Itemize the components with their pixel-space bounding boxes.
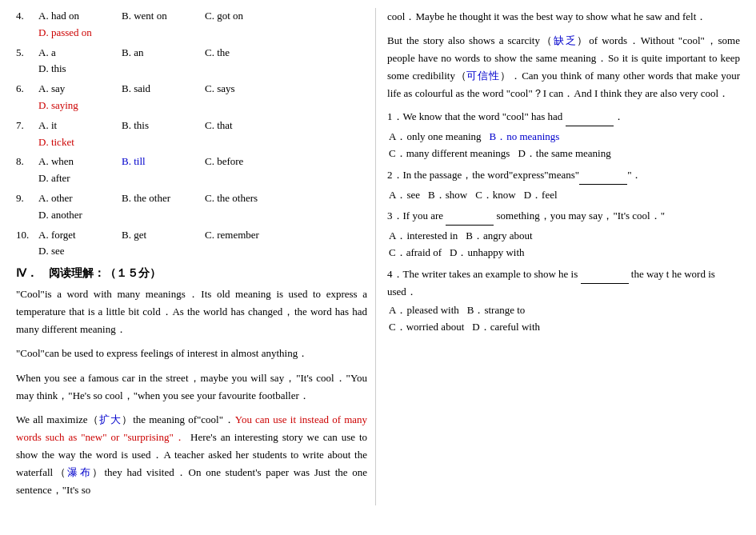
q-options: A. a B. an C. the D. this xyxy=(38,45,367,78)
q-num: 5. xyxy=(16,45,38,78)
right-column: cool．Maybe he thought it was the best wa… xyxy=(376,8,740,505)
list-item: A. forget xyxy=(38,227,118,244)
list-item: D．feel xyxy=(524,187,558,204)
page-container: 4. A. had on B. went on C. got on D. pas… xyxy=(0,8,756,505)
passage-block: "Cool"is a word with many meanings．Its o… xyxy=(16,285,367,499)
q-num: 10. xyxy=(16,227,38,261)
list-item: C．afraid of xyxy=(389,245,442,262)
list-item: A. a xyxy=(38,45,118,62)
blank-line xyxy=(579,167,627,185)
list-item: C. that xyxy=(205,118,285,134)
comp-q-text: 2．In the passage，the word"express"means"… xyxy=(387,167,740,185)
list-item: B. the other xyxy=(122,190,202,207)
list-item: B．show xyxy=(428,187,467,204)
list-item: A. had on xyxy=(38,8,118,25)
passage-text: "Cool"can be used to express feelings of… xyxy=(16,345,367,362)
comp-options: A．interested in B．angry about xyxy=(387,228,740,245)
questions-section: 4. A. had on B. went on C. got on D. pas… xyxy=(16,8,367,260)
list-item: C. the others xyxy=(205,190,285,207)
list-item: D. see xyxy=(38,243,118,260)
list-item: C. remember xyxy=(205,227,285,244)
section-title: Ⅳ． 阅读理解：（１５分） xyxy=(16,266,367,281)
list-item: A. say xyxy=(38,81,118,98)
list-item: D. saying xyxy=(38,98,118,114)
list-item: A．only one meaning xyxy=(389,129,482,146)
q-options: A. it B. this C. that D. ticket xyxy=(38,118,367,151)
list-item: D．unhappy with xyxy=(450,245,525,262)
comp-options: C．many different meanings D．the same mea… xyxy=(387,146,740,162)
list-item: B. till xyxy=(122,154,202,170)
list-item: B. an xyxy=(122,45,202,62)
list-item: A．pleased with xyxy=(389,302,459,319)
list-item: D. this xyxy=(38,61,118,78)
q-num: 4. xyxy=(16,8,38,42)
comprehension-question: 3．If you are something，you may say，"It's… xyxy=(387,208,740,261)
q-num: 6. xyxy=(16,81,38,114)
blank-line xyxy=(446,208,494,226)
highlighted-text: You can use it instead of many words suc… xyxy=(16,413,367,443)
comp-q-text: 1．We know that the word "cool" has had ． xyxy=(387,109,740,126)
list-item: A．interested in xyxy=(389,228,458,245)
table-row: 8. A. when B. till C. before D. after xyxy=(16,154,367,187)
list-item: A. when xyxy=(38,154,118,170)
list-item: D．the same meaning xyxy=(518,146,610,162)
comp-q-text: 4．The writer takes an example to show he… xyxy=(387,266,740,301)
list-item: A. other xyxy=(38,190,118,207)
comprehension-question: 2．In the passage，the word"express"means"… xyxy=(387,167,740,204)
blank-line xyxy=(566,109,614,126)
list-item: B．strange to xyxy=(467,302,526,319)
passage-continuation: cool．Maybe he thought it was the best wa… xyxy=(387,8,740,26)
left-column: 4. A. had on B. went on C. got on D. pas… xyxy=(16,8,376,505)
table-row: 5. A. a B. an C. the D. this xyxy=(16,45,367,78)
list-item: C. the xyxy=(205,45,285,62)
q-options: A. forget B. get C. remember D. see xyxy=(38,227,367,261)
q-options: A. had on B. went on C. got on D. passed… xyxy=(38,8,367,42)
list-item: B．angry about xyxy=(466,228,532,245)
table-row: 7. A. it B. this C. that D. ticket xyxy=(16,118,367,151)
list-item: C．worried about xyxy=(389,319,464,336)
list-item: D. another xyxy=(38,207,118,224)
q-options: A. other B. the other C. the others D. a… xyxy=(38,190,367,224)
list-item: B．no meanings xyxy=(490,129,560,146)
passage-paragraph2: But the story also shows a scarcity（缺乏）o… xyxy=(387,32,740,102)
list-item: C. says xyxy=(205,81,285,98)
blank-line xyxy=(581,266,629,284)
passage-text: "Cool"is a word with many meanings．Its o… xyxy=(16,285,367,338)
chinese-text: 扩大 xyxy=(99,413,122,425)
list-item: D. ticket xyxy=(38,134,118,151)
comp-options: A．only one meaning B．no meanings xyxy=(387,129,740,146)
comprehension-question: 4．The writer takes an example to show he… xyxy=(387,266,740,336)
chinese-text: 瀑布 xyxy=(67,466,92,478)
list-item: C. before xyxy=(205,154,285,170)
q-options: A. say B. said C. says D. saying xyxy=(38,81,367,114)
list-item: A. it xyxy=(38,118,118,134)
comp-options: C．worried about D．careful with xyxy=(387,319,740,336)
q-num: 7. xyxy=(16,118,38,151)
list-item: B. went on xyxy=(122,8,202,25)
list-item: D. passed on xyxy=(38,25,118,42)
list-item: B. get xyxy=(122,227,202,244)
q-num: 9. xyxy=(16,190,38,224)
comp-options: A．see B．show C．know D．feel xyxy=(387,187,740,204)
list-item: D．careful with xyxy=(472,319,540,336)
comp-q-text: 3．If you are something，you may say，"It's… xyxy=(387,208,740,226)
table-row: 4. A. had on B. went on C. got on D. pas… xyxy=(16,8,367,42)
chinese-text: 缺乏 xyxy=(554,34,578,46)
list-item: C．many different meanings xyxy=(389,146,510,162)
list-item: C．know xyxy=(475,187,516,204)
list-item: B. said xyxy=(122,81,202,98)
table-row: 10. A. forget B. get C. remember D. see xyxy=(16,227,367,261)
passage-text: We all maximize（扩大）the meaning of"cool"．… xyxy=(16,411,367,499)
passage-text: When you see a famous car in the street，… xyxy=(16,369,367,405)
q-options: A. when B. till C. before D. after xyxy=(38,154,367,187)
list-item: D. after xyxy=(38,170,118,187)
chinese-text: 可信性 xyxy=(466,70,499,82)
list-item: A．see xyxy=(389,187,420,204)
comp-options: C．afraid of D．unhappy with xyxy=(387,245,740,262)
comprehension-question: 1．We know that the word "cool" has had ．… xyxy=(387,109,740,162)
table-row: 9. A. other B. the other C. the others D… xyxy=(16,190,367,224)
table-row: 6. A. say B. said C. says D. saying xyxy=(16,81,367,114)
list-item: C. got on xyxy=(205,8,285,25)
q-num: 8. xyxy=(16,154,38,187)
list-item: B. this xyxy=(122,118,202,134)
